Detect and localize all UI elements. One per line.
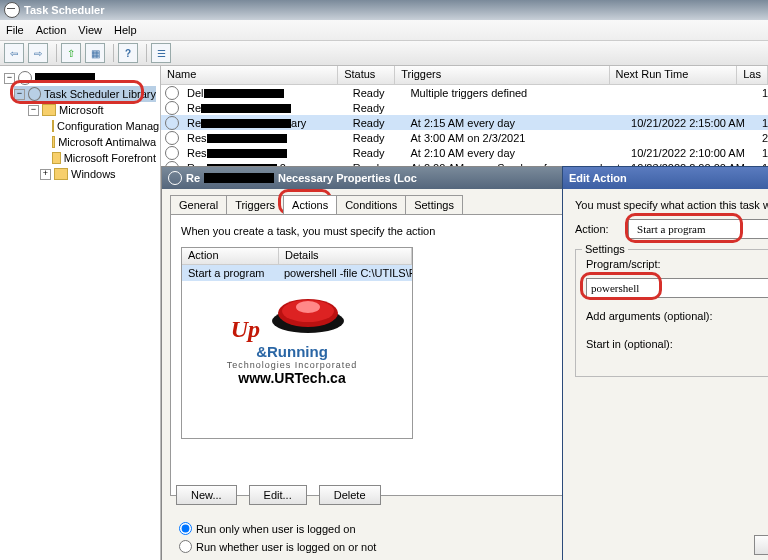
tab-general[interactable]: General bbox=[170, 195, 227, 214]
start-in-label: Start in (optional): bbox=[586, 338, 765, 350]
tree-panel: − − Task Scheduler Library − Microsoft C… bbox=[0, 66, 161, 560]
logo-watermark: Up &Running Technologies Incorporated ww… bbox=[181, 287, 403, 447]
folder-icon bbox=[52, 136, 55, 148]
title-bar: Task Scheduler bbox=[0, 0, 768, 20]
redacted bbox=[204, 173, 274, 183]
hdr-nrt[interactable]: Next Run Time bbox=[610, 66, 738, 84]
content-panel: Name Status Triggers Next Run Time Las D… bbox=[161, 66, 768, 560]
clock-icon bbox=[165, 116, 179, 130]
clock-icon bbox=[168, 171, 182, 185]
actions-list: ActionDetails Start a programpowershell … bbox=[181, 247, 413, 439]
tab-settings[interactable]: Settings bbox=[405, 195, 463, 214]
settings-group-label: Settings bbox=[582, 243, 628, 255]
tree-root-node[interactable]: − bbox=[4, 70, 156, 86]
folder-icon bbox=[42, 104, 56, 116]
run-options: Run only when user is logged on Run whet… bbox=[174, 517, 376, 555]
settings-group: Settings Program/script: Browse... Add a… bbox=[575, 249, 768, 377]
expand-icon[interactable]: − bbox=[28, 105, 39, 116]
delete-button[interactable]: Delete bbox=[319, 485, 381, 505]
hdr-details[interactable]: Details bbox=[279, 248, 412, 264]
action-label: Action: bbox=[575, 223, 625, 235]
tree-item[interactable]: Microsoft Forefront bbox=[52, 150, 156, 166]
help-button[interactable] bbox=[118, 43, 138, 63]
run-whether-radio[interactable]: Run whether user is logged on or not bbox=[174, 537, 376, 553]
edit-button[interactable]: Edit... bbox=[249, 485, 307, 505]
program-script-label: Program/script: bbox=[586, 258, 768, 270]
tree-item[interactable]: +Windows bbox=[40, 166, 156, 182]
new-button[interactable]: New... bbox=[176, 485, 237, 505]
task-row-selected[interactable]: RearyReadyAt 2:15 AM every day10/21/2022… bbox=[161, 115, 768, 130]
task-row[interactable]: ResReadyAt 3:00 AM on 2/3/20212/3 bbox=[161, 130, 768, 145]
tree-item[interactable]: Microsoft Antimalwa bbox=[52, 134, 156, 150]
svg-point-3 bbox=[296, 301, 320, 313]
separator bbox=[146, 44, 147, 62]
properties-title: Re Necessary Properties (Loc bbox=[162, 167, 592, 189]
task-properties-panel: Re Necessary Properties (Loc General Tri… bbox=[161, 166, 593, 560]
collapse-icon[interactable]: − bbox=[4, 73, 15, 84]
schedule-button[interactable] bbox=[151, 43, 171, 63]
program-script-input[interactable] bbox=[586, 278, 768, 298]
separator bbox=[56, 44, 57, 62]
nav-back-button[interactable] bbox=[4, 43, 24, 63]
arguments-label: Add arguments (optional): bbox=[586, 310, 765, 322]
clock-icon bbox=[165, 131, 179, 145]
run-logged-on-radio[interactable]: Run only when user is logged on bbox=[174, 519, 376, 535]
dialog-title: Edit Action bbox=[569, 172, 627, 184]
tab-triggers[interactable]: Triggers bbox=[226, 195, 284, 214]
task-row[interactable]: ResReadyAt 2:10 AM every day10/21/2022 2… bbox=[161, 145, 768, 160]
mouse-icon bbox=[263, 287, 353, 337]
svg-point-2 bbox=[282, 300, 334, 322]
edit-action-dialog: Edit Action ✕ You must specify what acti… bbox=[562, 166, 768, 560]
hdr-status[interactable]: Status bbox=[338, 66, 395, 84]
dialog-hint: You must specify what action this task w… bbox=[575, 199, 768, 211]
task-row[interactable]: DelReadyMultiple triggers defined10/2 bbox=[161, 85, 768, 100]
menu-file[interactable]: File bbox=[6, 24, 24, 36]
collapse-icon[interactable]: − bbox=[14, 89, 25, 100]
svg-point-1 bbox=[278, 299, 338, 327]
actions-tab-body: When you create a task, you must specify… bbox=[170, 214, 584, 496]
redacted bbox=[35, 73, 95, 83]
clock-icon bbox=[165, 101, 179, 115]
scheduler-icon bbox=[18, 71, 32, 85]
menu-bar: File Action View Help bbox=[0, 20, 768, 41]
hdr-action[interactable]: Action bbox=[182, 248, 279, 264]
refresh-button[interactable] bbox=[61, 43, 81, 63]
menu-action[interactable]: Action bbox=[36, 24, 67, 36]
action-select[interactable]: Start a program bbox=[628, 219, 768, 239]
tab-actions[interactable]: Actions bbox=[283, 195, 337, 214]
app-icon bbox=[4, 2, 20, 18]
tree-item-label: Microsoft bbox=[59, 104, 104, 116]
separator bbox=[113, 44, 114, 62]
tree-library-label: Task Scheduler Library bbox=[44, 88, 156, 100]
menu-help[interactable]: Help bbox=[114, 24, 137, 36]
actions-row[interactable]: Start a programpowershell -file C:\UTILS… bbox=[182, 265, 412, 281]
view-button[interactable] bbox=[85, 43, 105, 63]
tab-conditions[interactable]: Conditions bbox=[336, 195, 406, 214]
clock-icon bbox=[165, 86, 179, 100]
task-row[interactable]: ReReady bbox=[161, 100, 768, 115]
hdr-name[interactable]: Name bbox=[161, 66, 338, 84]
folder-icon bbox=[52, 120, 54, 132]
hdr-triggers[interactable]: Triggers bbox=[395, 66, 609, 84]
menu-view[interactable]: View bbox=[78, 24, 102, 36]
nav-forward-button[interactable] bbox=[28, 43, 48, 63]
toolbar bbox=[0, 41, 768, 66]
folder-icon bbox=[54, 168, 68, 180]
property-tabs: General Triggers Actions Conditions Sett… bbox=[170, 195, 592, 214]
hdr-last[interactable]: Las bbox=[737, 66, 768, 84]
library-icon bbox=[28, 87, 41, 101]
window-title: Task Scheduler bbox=[24, 4, 105, 16]
svg-point-0 bbox=[272, 309, 344, 333]
actions-buttons: New... Edit... Delete bbox=[176, 485, 381, 505]
tree-library-node[interactable]: − Task Scheduler Library bbox=[14, 86, 156, 102]
tree-item[interactable]: Configuration Manag bbox=[52, 118, 156, 134]
ok-button[interactable]: OK bbox=[754, 535, 768, 555]
actions-hint: When you create a task, you must specify… bbox=[181, 225, 573, 237]
folder-icon bbox=[52, 152, 61, 164]
tree-item[interactable]: − Microsoft bbox=[28, 102, 156, 118]
task-list-header: Name Status Triggers Next Run Time Las bbox=[161, 66, 768, 85]
clock-icon bbox=[165, 146, 179, 160]
task-list: DelReadyMultiple triggers defined10/2 Re… bbox=[161, 85, 768, 175]
dialog-title-bar[interactable]: Edit Action ✕ bbox=[563, 167, 768, 189]
